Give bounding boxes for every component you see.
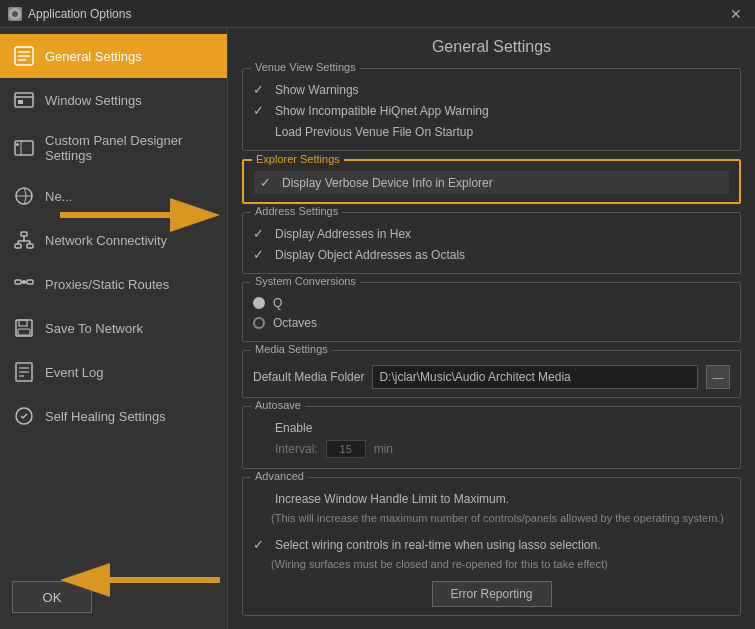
sidebar-label-custom-panel: Custom Panel Designer Settings	[45, 133, 214, 163]
autosave-interval-input[interactable]	[326, 440, 366, 458]
content-title: General Settings	[242, 38, 741, 56]
svg-rect-21	[15, 280, 21, 284]
autosave-interval-row: Interval: min	[253, 438, 730, 460]
load-previous-label: Load Previous Venue File On Startup	[275, 125, 473, 139]
radio-q-row: Q	[253, 293, 730, 313]
error-reporting-button[interactable]: Error Reporting	[432, 581, 552, 607]
select-wiring-label: Select wiring controls in real-time when…	[275, 538, 600, 552]
radio-q[interactable]	[253, 297, 265, 309]
log-icon	[13, 361, 35, 383]
radio-octaves[interactable]	[253, 317, 265, 329]
window-handle-label: Increase Window Handle Limit to Maximum.	[275, 492, 509, 506]
media-folder-row: Default Media Folder —	[253, 365, 730, 389]
sidebar-label-event-log: Event Log	[45, 365, 104, 380]
window-handle-row: ✓ Increase Window Handle Limit to Maximu…	[253, 488, 730, 509]
select-wiring-desc: (Wiring surfaces must be closed and re-o…	[253, 555, 730, 574]
panel-icon	[13, 137, 35, 159]
network-icon	[13, 229, 35, 251]
display-octals-check: ✓	[253, 247, 267, 262]
sidebar-label-general-settings: General Settings	[45, 49, 142, 64]
close-button[interactable]: ✕	[725, 3, 747, 25]
window-icon	[13, 89, 35, 111]
display-verbose-label: Display Verbose Device Info in Explorer	[282, 176, 493, 190]
select-wiring-check: ✓	[253, 537, 267, 552]
svg-rect-26	[19, 320, 27, 326]
healing-icon	[13, 405, 35, 427]
title-bar-title: Application Options	[28, 7, 131, 21]
autosave-section: Autosave ✓ Enable Interval: min	[242, 406, 741, 469]
sidebar-bottom: OK	[0, 571, 227, 623]
display-verbose-check: ✓	[260, 175, 274, 190]
advanced-section: Advanced ✓ Increase Window Handle Limit …	[242, 477, 741, 616]
system-conversions-label: System Conversions	[251, 275, 360, 287]
address-section: Address Settings ✓ Display Addresses in …	[242, 212, 741, 274]
window-handle-desc: (This will increase the maximum number o…	[253, 509, 730, 528]
sidebar-label-proxies: Proxies/Static Routes	[45, 277, 169, 292]
sidebar-item-ne[interactable]: Ne...	[0, 174, 227, 218]
sidebar-item-event-log[interactable]: Event Log	[0, 350, 227, 394]
autosave-interval-label: Interval:	[275, 442, 318, 456]
svg-rect-14	[21, 232, 27, 236]
svg-rect-6	[15, 93, 33, 107]
media-settings-content: Default Media Folder —	[253, 357, 730, 389]
sidebar-label-network-connectivity: Network Connectivity	[45, 233, 167, 248]
sidebar-label-window-settings: Window Settings	[45, 93, 142, 108]
ok-button[interactable]: OK	[12, 581, 92, 613]
window-handle-check: ✓	[253, 491, 267, 506]
media-settings-label: Media Settings	[251, 343, 332, 355]
advanced-content: ✓ Increase Window Handle Limit to Maximu…	[253, 484, 730, 607]
sidebar-label-save-to-network: Save To Network	[45, 321, 143, 336]
sidebar-item-network-connectivity[interactable]: Network Connectivity	[0, 218, 227, 262]
sidebar-label-ne: Ne...	[45, 189, 72, 204]
show-warnings-row: ✓ Show Warnings	[253, 79, 730, 100]
autosave-enable-check: ✓	[253, 420, 267, 435]
display-octals-label: Display Object Addresses as Octals	[275, 248, 465, 262]
app-icon	[8, 7, 22, 21]
select-wiring-row: ✓ Select wiring controls in real-time wh…	[253, 534, 730, 555]
address-content: ✓ Display Addresses in Hex ✓ Display Obj…	[253, 219, 730, 265]
display-hex-check: ✓	[253, 226, 267, 241]
sidebar-item-save-to-network[interactable]: Save To Network	[0, 306, 227, 350]
explorer-content: ✓ Display Verbose Device Info in Explore…	[254, 167, 729, 194]
explorer-section: Explorer Settings ✓ Display Verbose Devi…	[242, 159, 741, 204]
autosave-enable-label: Enable	[275, 421, 312, 435]
display-hex-label: Display Addresses in Hex	[275, 227, 411, 241]
sidebar-item-general-settings[interactable]: General Settings	[0, 34, 227, 78]
media-folder-btn[interactable]: —	[706, 365, 730, 389]
sidebar-item-window-settings[interactable]: Window Settings	[0, 78, 227, 122]
content-area: General Settings Venue View Settings ✓ S…	[228, 28, 755, 629]
sidebar-label-self-healing: Self Healing Settings	[45, 409, 166, 424]
sidebar: General Settings Window Settings Custom …	[0, 28, 228, 629]
show-warnings-check: ✓	[253, 82, 267, 97]
title-bar-left: Application Options	[8, 7, 131, 21]
sidebar-item-custom-panel[interactable]: Custom Panel Designer Settings	[0, 122, 227, 174]
explorer-label: Explorer Settings	[252, 153, 344, 165]
display-verbose-row: ✓ Display Verbose Device Info in Explore…	[254, 171, 729, 194]
venue-view-content: ✓ Show Warnings ✓ Show Incompatible HiQn…	[253, 75, 730, 142]
show-incompatible-check: ✓	[253, 103, 267, 118]
display-hex-row: ✓ Display Addresses in Hex	[253, 223, 730, 244]
svg-rect-27	[18, 329, 30, 335]
title-bar: Application Options ✕	[0, 0, 755, 28]
svg-point-11	[16, 143, 19, 146]
address-label: Address Settings	[251, 205, 342, 217]
load-previous-check: ✓	[253, 124, 267, 139]
svg-point-1	[12, 11, 18, 17]
radio-q-label: Q	[273, 296, 282, 310]
proxies-icon	[13, 273, 35, 295]
media-folder-input[interactable]	[372, 365, 698, 389]
show-incompatible-label: Show Incompatible HiQnet App Warning	[275, 104, 489, 118]
autosave-content: ✓ Enable Interval: min	[253, 413, 730, 460]
svg-rect-22	[27, 280, 33, 284]
svg-point-24	[22, 280, 26, 284]
system-conversions-section: System Conversions Q Octaves	[242, 282, 741, 342]
sidebar-item-self-healing[interactable]: Self Healing Settings	[0, 394, 227, 438]
advanced-label: Advanced	[251, 470, 308, 482]
system-conversions-content: Q Octaves	[253, 289, 730, 333]
radio-octaves-label: Octaves	[273, 316, 317, 330]
media-folder-label: Default Media Folder	[253, 370, 364, 384]
sidebar-item-proxies[interactable]: Proxies/Static Routes	[0, 262, 227, 306]
load-previous-row: ✓ Load Previous Venue File On Startup	[253, 121, 730, 142]
show-warnings-label: Show Warnings	[275, 83, 359, 97]
main-container: General Settings Window Settings Custom …	[0, 28, 755, 629]
